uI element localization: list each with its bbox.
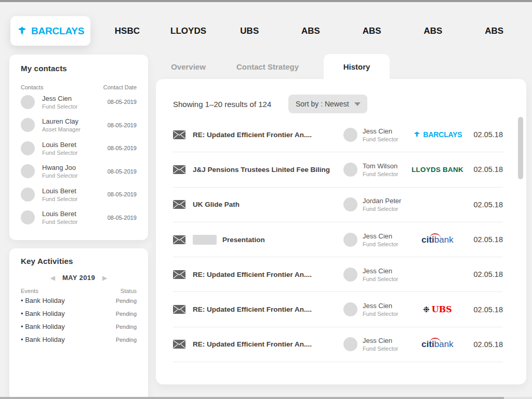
redacted-text-block [193,235,217,245]
envelope-icon [173,165,185,174]
sender-name: Jess Cien [363,302,408,310]
contact-list-item[interactable]: Hwang JooFund Selector 08-05-2019 [21,160,137,183]
barclays-logo-text: BARCLAYS [31,25,84,37]
client-tab-ubs[interactable]: UBS [219,16,280,46]
email-subject: Presentation [193,235,343,245]
contact-date: 08-05-2019 [108,122,137,128]
sender-role: Fund Selector [363,276,408,282]
tab-history[interactable]: History [324,54,390,79]
contact-name: Louis Beret [42,141,108,149]
my-contacts-panel: My contacts Contacts Contact Date Jess C… [9,55,148,240]
contacts-column-header: Contacts [21,84,43,90]
sort-dropdown[interactable]: Sort by : Newest [288,95,367,113]
email-row[interactable]: Presentation Jess CienFund Selector citi… [173,222,503,257]
contact-list-item[interactable]: Louis BeretFund Selector 08-05-2019 [21,206,137,230]
my-contacts-title: My contacts [21,64,137,73]
event-list-item[interactable]: • Bank Holiday Pending [21,320,137,333]
contact-name: Jess Cien [42,95,108,102]
sender-role: Fund Selector [363,136,408,142]
email-row[interactable]: UK Glide Path Jordan PeterFund Selector … [173,188,503,222]
email-subject: J&J Pensions Trustees Linited Fee Biling [193,166,343,174]
sender-name: Jess Cien [363,267,408,275]
barclays-logo: BARCLAYS [413,130,462,139]
citibank-logo: citibank [421,340,453,349]
email-date: 02.05.18 [467,270,503,278]
event-list-item[interactable]: • Bank Holiday Pending [21,294,137,307]
client-tab-abs-4[interactable]: ABS [463,16,525,46]
history-panel: Showing 1–20 results of 124 Sort by : Ne… [156,79,526,384]
client-tab-barclays[interactable]: BARCLAYS [10,16,90,46]
contact-list-item[interactable]: Lauren ClayAsset Manager 08-05-2019 [21,114,137,137]
contact-role: Fund Selector [42,172,108,179]
email-row[interactable]: RE: Updated Efficient Frontier An.... Je… [173,327,503,362]
top-edge-bar [0,0,532,2]
email-row[interactable]: J&J Pensions Trustees Linited Fee Biling… [173,152,503,187]
avatar [21,188,35,202]
envelope-icon [173,200,185,209]
ubs-logo: ❉ UBS [423,304,452,314]
avatar [343,233,357,247]
contact-list-item[interactable]: Louis BeretFund Selector 08-05-2019 [21,137,137,160]
contact-date: 08-05-2019 [108,99,137,105]
tab-contact-strategy[interactable]: Contact Strategy [221,54,314,79]
envelope-icon [173,340,185,349]
envelope-icon [173,130,185,139]
ubs-keys-icon: ❉ [423,305,430,313]
contact-role: Fund Selector [42,219,108,225]
sender-name: Jordan Peter [363,197,408,205]
email-subject: RE: Updated Efficient Frontier An.... [193,305,343,313]
sender-name: Jess Cien [363,232,408,240]
contact-list-item[interactable]: Louis BeretFund Selector 08-05-2019 [21,183,137,206]
client-tab-abs-1[interactable]: ABS [280,16,341,46]
events-column-header: Events [21,288,38,294]
event-name: • Bank Holiday [21,297,65,304]
horizontal-scrollbar-thumb[interactable] [0,397,504,399]
sender-role: Fund Selector [363,171,408,177]
envelope-icon [173,235,185,244]
email-subject: RE: Updated Efficient Frontier An.... [193,340,343,348]
tab-overview[interactable]: Overview [156,54,221,79]
client-tab-hsbc[interactable]: HSBC [97,16,158,46]
barclays-eagle-icon [413,131,421,138]
event-status: Pending [116,337,137,343]
client-tab-abs-3[interactable]: ABS [403,16,464,46]
email-row[interactable]: RE: Updated Efficient Frontier An.... Je… [173,257,503,292]
top-navigation: HSBC LLOYDS UBS ABS ABS ABS ABS [97,16,525,46]
vertical-scrollbar-thumb[interactable] [518,117,523,179]
avatar [21,164,35,178]
month-label: MAY 2019 [62,274,95,282]
email-row[interactable]: RE: Updated Efficient Frontier An.... Je… [173,292,503,327]
email-subject: UK Glide Path [193,201,343,208]
contact-role: Fund Selector [42,150,108,156]
sender-role: Fund Selector [363,241,408,247]
email-date: 02.05.18 [467,235,503,244]
email-date: 02.05.18 [467,340,503,349]
sender-name: Jess Cien [363,337,408,344]
contact-name: Louis Beret [42,187,108,195]
avatar [21,210,35,224]
sender-role: Fund Selector [363,345,408,352]
event-name: • Bank Holiday [21,336,65,343]
email-subject: RE: Updated Efficient Frontier An.... [193,131,343,139]
email-date: 02.05.18 [467,201,503,209]
email-date: 02.05.18 [467,165,503,174]
next-month-icon[interactable]: ▶ [102,274,107,282]
contact-date-column-header: Contact Date [103,84,137,90]
contact-list-item[interactable]: Jess CienFund Selector 08-05-2019 [21,90,137,114]
client-tab-abs-2[interactable]: ABS [341,16,403,46]
sender-name: Tom Wilson [363,162,408,170]
contact-date: 08-05-2019 [108,215,137,221]
avatar [343,128,357,142]
event-name: • Bank Holiday [21,323,65,330]
event-list-item[interactable]: • Bank Holiday Pending [21,307,137,320]
event-list-item[interactable]: • Bank Holiday Pending [21,333,137,346]
client-tab-lloyds[interactable]: LLOYDS [158,16,219,46]
email-row[interactable]: RE: Updated Efficient Frontier An.... Je… [173,117,503,152]
contact-role: Asset Manager [42,126,108,132]
results-count-text: Showing 1–20 results of 124 [173,100,271,109]
horizontal-scrollbar-track[interactable] [0,397,532,399]
email-list: RE: Updated Efficient Frontier An.... Je… [173,117,503,362]
avatar [21,118,35,132]
prev-month-icon[interactable]: ◀ [50,274,55,282]
contact-date: 08-05-2019 [108,191,137,197]
